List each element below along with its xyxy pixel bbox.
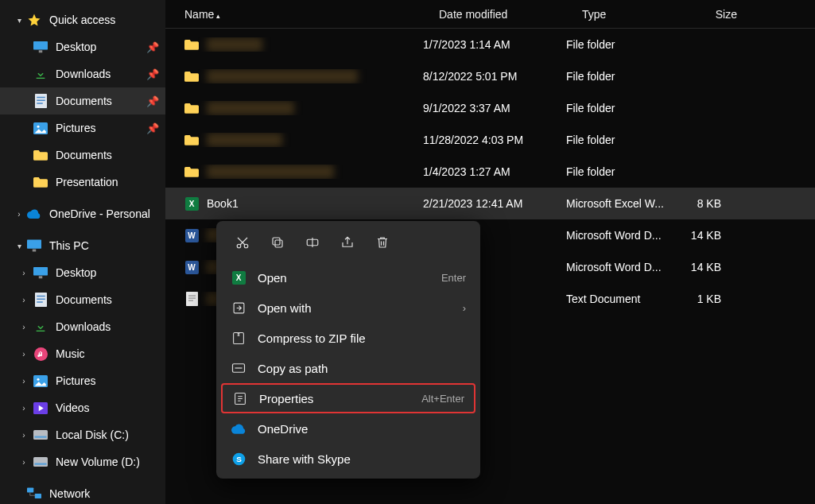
- file-row[interactable]: 9/1/2022 3:37 AMFile folder: [165, 92, 815, 124]
- file-row[interactable]: 1/4/2023 1:27 AMFile folder: [165, 156, 815, 188]
- sidebar-onedrive[interactable]: › OneDrive - Personal: [0, 200, 165, 227]
- onedrive-label: OneDrive - Personal: [49, 207, 150, 220]
- file-name: Book1: [207, 197, 239, 210]
- chevron-right-icon: ›: [19, 458, 29, 467]
- ctx-open-with[interactable]: Open with›: [221, 293, 475, 323]
- file-size: 14 KB: [681, 261, 745, 273]
- file-type: Microsoft Excel W...: [558, 197, 681, 210]
- file-type: Microsoft Word D...: [558, 261, 681, 273]
- chevron-right-icon: ›: [19, 350, 29, 359]
- sidebar-item-label: Pictures: [56, 122, 96, 134]
- svg-rect-6: [37, 103, 43, 104]
- monitor-icon: [27, 238, 41, 253]
- network-icon: [27, 487, 41, 501]
- sidebar-item-videos[interactable]: ›Videos: [0, 394, 165, 421]
- sidebar-item-presentation[interactable]: Presentation: [0, 169, 165, 196]
- sidebar-item-documents[interactable]: Documents📌: [0, 87, 165, 114]
- svg-rect-11: [33, 267, 48, 276]
- svg-rect-0: [33, 41, 48, 50]
- sidebar-item-desktop[interactable]: Desktop📌: [0, 33, 165, 60]
- svg-rect-4: [37, 97, 45, 99]
- col-date[interactable]: Date modified: [431, 8, 574, 21]
- sidebar-item-label: Downloads: [56, 320, 111, 333]
- sidebar-item-label: Pictures: [56, 374, 96, 387]
- sort-asc-icon: ▴: [216, 12, 220, 20]
- file-size: 14 KB: [681, 229, 745, 242]
- svg-rect-14: [37, 296, 45, 297]
- cut-icon[interactable]: [227, 231, 258, 254]
- svg-rect-35: [273, 238, 280, 245]
- svg-rect-24: [33, 457, 48, 467]
- sidebar-item-documents[interactable]: Documents: [0, 142, 165, 169]
- ctx-item-label: Compress to ZIP file: [258, 331, 466, 345]
- star-icon: [27, 13, 41, 27]
- ctx-properties[interactable]: PropertiesAlt+Enter: [221, 383, 475, 413]
- redacted-name: [207, 101, 294, 115]
- file-row[interactable]: 11/28/2022 4:03 PMFile folder: [165, 124, 815, 156]
- sidebar-item-label: Documents: [56, 95, 112, 107]
- file-row[interactable]: 1/7/2023 1:14 AMFile folder: [165, 29, 815, 60]
- download-icon: [33, 67, 48, 81]
- desktop-icon: [33, 40, 48, 54]
- chevron-right-icon: ›: [19, 431, 29, 440]
- sidebar-item-pictures[interactable]: ›Pictures: [0, 367, 165, 394]
- pictures-icon: [33, 374, 48, 388]
- share-icon[interactable]: [332, 231, 363, 254]
- sidebar-item-label: Music: [56, 347, 85, 360]
- col-size[interactable]: Size: [697, 8, 761, 21]
- svg-point-20: [37, 378, 40, 380]
- word-icon: W: [184, 260, 199, 274]
- ctx-share-with-skype[interactable]: SShare with Skype: [221, 444, 475, 474]
- context-toolbar: [221, 226, 475, 262]
- delete-icon[interactable]: [367, 231, 398, 254]
- col-type[interactable]: Type: [574, 8, 697, 21]
- file-row[interactable]: 8/12/2022 5:01 PMFile folder: [165, 60, 815, 92]
- folder-icon: [184, 101, 199, 115]
- sidebar-item-pictures[interactable]: Pictures📌: [0, 114, 165, 142]
- excel-icon: X: [184, 196, 199, 211]
- chevron-right-icon: ›: [19, 323, 29, 331]
- ctx-shortcut: Enter: [441, 272, 466, 284]
- network-label: Network: [49, 487, 90, 500]
- pictures-icon: [33, 121, 48, 135]
- excel-icon: X: [231, 271, 246, 285]
- sidebar-item-local-disk-c-[interactable]: ›Local Disk (C:): [0, 421, 165, 448]
- chevron-down-icon: ▾: [14, 16, 24, 25]
- disk-icon: [33, 428, 48, 442]
- sidebar-item-music[interactable]: ›Music: [0, 340, 165, 367]
- this-pc-label: This PC: [49, 239, 89, 252]
- chevron-right-icon: ›: [463, 302, 466, 314]
- svg-rect-25: [35, 463, 47, 465]
- sidebar-network[interactable]: › Network: [0, 480, 165, 504]
- ctx-onedrive[interactable]: OneDrive: [221, 413, 475, 444]
- svg-rect-28: [186, 292, 198, 306]
- svg-rect-27: [35, 494, 41, 498]
- rename-icon[interactable]: [297, 231, 328, 254]
- sidebar-quick-access[interactable]: ▾ Quick access: [0, 6, 165, 33]
- sidebar-this-pc[interactable]: ▾ This PC: [0, 232, 165, 259]
- folder-icon: [184, 133, 199, 147]
- file-type: File folder: [558, 38, 681, 51]
- sidebar-item-documents[interactable]: ›Documents: [0, 286, 165, 313]
- ctx-item-label: Share with Skype: [258, 452, 466, 466]
- sidebar-item-desktop[interactable]: ›Desktop: [0, 259, 165, 286]
- ctx-open[interactable]: XOpenEnter: [221, 262, 475, 293]
- file-size: 1 KB: [681, 293, 745, 305]
- col-name[interactable]: Name▴: [177, 8, 431, 21]
- sidebar-item-downloads[interactable]: Downloads📌: [0, 60, 165, 87]
- svg-rect-17: [37, 331, 45, 331]
- context-menu: XOpenEnterOpen with›Compress to ZIP file…: [216, 221, 480, 479]
- sidebar-item-label: Local Disk (C:): [56, 428, 129, 441]
- chevron-right-icon: ›: [14, 210, 24, 219]
- pin-icon: 📌: [146, 68, 159, 80]
- file-row[interactable]: XBook12/21/2023 12:41 AMMicrosoft Excel …: [165, 188, 815, 219]
- pin-icon: 📌: [146, 122, 159, 134]
- svg-rect-12: [39, 276, 43, 278]
- sidebar-item-downloads[interactable]: ›Downloads: [0, 313, 165, 340]
- ctx-copy-as-path[interactable]: Copy as path: [221, 353, 475, 383]
- svg-rect-1: [39, 50, 43, 52]
- ctx-compress-to-zip-file[interactable]: Compress to ZIP file: [221, 323, 475, 353]
- sidebar: ▾ Quick access Desktop📌Downloads📌Documen…: [0, 0, 165, 504]
- copy-icon[interactable]: [262, 231, 293, 254]
- sidebar-item-new-volume-d-[interactable]: ›New Volume (D:): [0, 448, 165, 475]
